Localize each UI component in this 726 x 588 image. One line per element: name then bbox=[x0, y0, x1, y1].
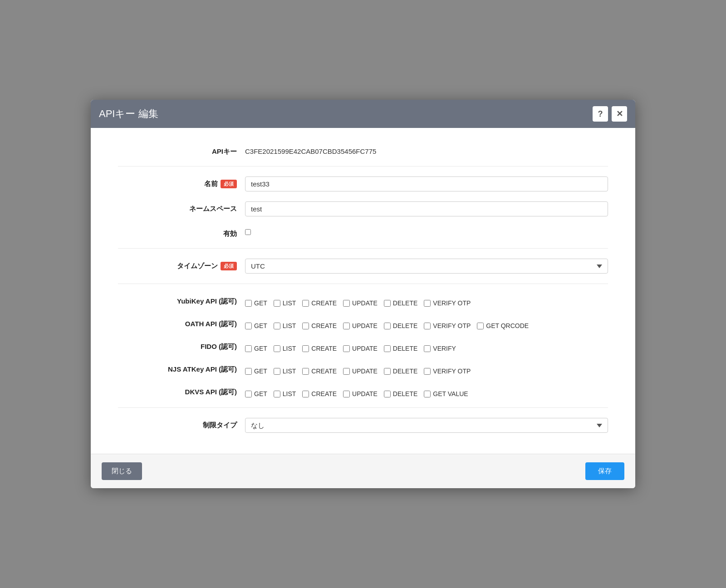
dialog-title: APIキー 編集 bbox=[99, 107, 158, 121]
yubikey-delete[interactable]: DELETE bbox=[384, 299, 417, 307]
yubikey-row: YubiKey API (認可) GET LIST CREATE UPDATE … bbox=[118, 294, 608, 307]
dkvs-delete[interactable]: DELETE bbox=[384, 390, 417, 397]
dialog-close-button[interactable]: ✕ bbox=[612, 106, 627, 122]
dkvs-get[interactable]: GET bbox=[245, 390, 267, 397]
fido-delete[interactable]: DELETE bbox=[384, 345, 417, 352]
yubikey-label: YubiKey API (認可) bbox=[118, 294, 245, 306]
limit-type-label: 制限タイプ bbox=[118, 418, 245, 430]
yubikey-create[interactable]: CREATE bbox=[302, 299, 337, 307]
njs-list[interactable]: LIST bbox=[274, 368, 296, 375]
dkvs-update[interactable]: UPDATE bbox=[343, 390, 378, 397]
njs-label: NJS ATKey API (認可) bbox=[118, 362, 245, 374]
name-label: 名前 必須 bbox=[118, 176, 245, 188]
divider-4 bbox=[118, 407, 608, 408]
dkvs-permissions: GET LIST CREATE UPDATE DELETE GET VALUE bbox=[245, 388, 608, 397]
timezone-required-badge: 必須 bbox=[221, 262, 237, 270]
yubikey-list[interactable]: LIST bbox=[274, 299, 296, 307]
oath-get-qrcode[interactable]: GET QRCODE bbox=[477, 322, 529, 329]
namespace-input[interactable] bbox=[245, 201, 608, 216]
njs-verify-otp[interactable]: VERIFY OTP bbox=[424, 368, 471, 375]
oath-label: OATH API (認可) bbox=[118, 317, 245, 328]
dkvs-get-value[interactable]: GET VALUE bbox=[424, 390, 468, 397]
name-required-badge: 必須 bbox=[221, 180, 237, 188]
divider-1 bbox=[118, 166, 608, 167]
timezone-select[interactable]: UTC bbox=[245, 259, 608, 274]
dkvs-label: DKVS API (認可) bbox=[118, 385, 245, 397]
name-row: 名前 必須 bbox=[118, 176, 608, 191]
divider-3 bbox=[118, 284, 608, 284]
divider-2 bbox=[118, 248, 608, 249]
fido-update[interactable]: UPDATE bbox=[343, 345, 378, 352]
fido-get[interactable]: GET bbox=[245, 345, 267, 352]
oath-list[interactable]: LIST bbox=[274, 322, 296, 329]
oath-update[interactable]: UPDATE bbox=[343, 322, 378, 329]
dialog-body: APIキー C3FE2021599E42CAB07CBD35456FC775 名… bbox=[91, 128, 635, 454]
header-buttons: ? ✕ bbox=[593, 106, 627, 122]
enabled-row: 有効 bbox=[118, 226, 608, 238]
oath-get[interactable]: GET bbox=[245, 322, 267, 329]
oath-verify-otp[interactable]: VERIFY OTP bbox=[424, 322, 471, 329]
njs-permissions: GET LIST CREATE UPDATE DELETE VERIFY OTP bbox=[245, 365, 608, 375]
api-key-label: APIキー bbox=[118, 144, 245, 156]
oath-delete[interactable]: DELETE bbox=[384, 322, 417, 329]
fido-permissions: GET LIST CREATE UPDATE DELETE VERIFY bbox=[245, 343, 608, 352]
fido-row: FIDO (認可) GET LIST CREATE UPDATE DELETE … bbox=[118, 339, 608, 352]
timezone-label: タイムゾーン 必須 bbox=[118, 259, 245, 270]
yubikey-permissions: GET LIST CREATE UPDATE DELETE VERIFY OTP bbox=[245, 297, 608, 307]
fido-label: FIDO (認可) bbox=[118, 339, 245, 351]
dialog-footer: 閉じる 保存 bbox=[91, 454, 635, 488]
help-button[interactable]: ? bbox=[593, 106, 608, 122]
fido-list[interactable]: LIST bbox=[274, 345, 296, 352]
oath-permissions: GET LIST CREATE UPDATE DELETE VERIFY OTP… bbox=[245, 320, 608, 329]
close-button[interactable]: 閉じる bbox=[102, 462, 142, 480]
dialog-header: APIキー 編集 ? ✕ bbox=[91, 100, 635, 128]
dkvs-create[interactable]: CREATE bbox=[302, 390, 337, 397]
yubikey-update[interactable]: UPDATE bbox=[343, 299, 378, 307]
yubikey-get[interactable]: GET bbox=[245, 299, 267, 307]
namespace-row: ネームスペース bbox=[118, 201, 608, 216]
limit-type-select[interactable]: なし bbox=[245, 418, 608, 433]
njs-get[interactable]: GET bbox=[245, 368, 267, 375]
oath-create[interactable]: CREATE bbox=[302, 322, 337, 329]
fido-create[interactable]: CREATE bbox=[302, 345, 337, 352]
limit-type-row: 制限タイプ なし bbox=[118, 418, 608, 433]
dkvs-list[interactable]: LIST bbox=[274, 390, 296, 397]
dkvs-row: DKVS API (認可) GET LIST CREATE UPDATE DEL… bbox=[118, 385, 608, 397]
enabled-checkbox[interactable] bbox=[245, 229, 251, 235]
api-key-row: APIキー C3FE2021599E42CAB07CBD35456FC775 bbox=[118, 144, 608, 156]
api-key-value: C3FE2021599E42CAB07CBD35456FC775 bbox=[245, 144, 608, 155]
save-button[interactable]: 保存 bbox=[585, 462, 624, 480]
njs-update[interactable]: UPDATE bbox=[343, 368, 378, 375]
njs-row: NJS ATKey API (認可) GET LIST CREATE UPDAT… bbox=[118, 362, 608, 375]
timezone-row: タイムゾーン 必須 UTC bbox=[118, 259, 608, 274]
oath-row: OATH API (認可) GET LIST CREATE UPDATE DEL… bbox=[118, 317, 608, 329]
enabled-label: 有効 bbox=[118, 226, 245, 238]
njs-delete[interactable]: DELETE bbox=[384, 368, 417, 375]
namespace-label: ネームスペース bbox=[118, 201, 245, 213]
fido-verify[interactable]: VERIFY bbox=[424, 345, 456, 352]
api-key-edit-dialog: APIキー 編集 ? ✕ APIキー C3FE2021599E42CAB07CB… bbox=[91, 100, 635, 488]
njs-create[interactable]: CREATE bbox=[302, 368, 337, 375]
yubikey-verify-otp[interactable]: VERIFY OTP bbox=[424, 299, 471, 307]
name-input[interactable] bbox=[245, 176, 608, 191]
